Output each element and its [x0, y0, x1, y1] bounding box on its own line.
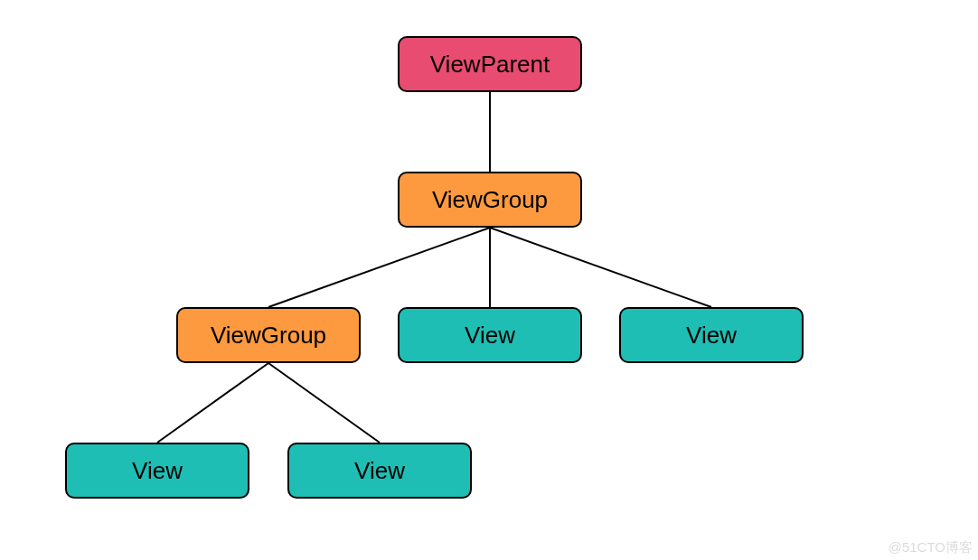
edge: [268, 363, 380, 443]
edge: [490, 228, 711, 307]
node-label: ViewGroup: [211, 322, 326, 350]
node-label: View: [132, 457, 183, 485]
node-label: ViewGroup: [432, 186, 548, 214]
node-label: View: [465, 322, 515, 350]
node-label: View: [686, 322, 737, 350]
node-view-a: View: [398, 307, 582, 363]
node-view-c: View: [65, 443, 249, 499]
watermark: @51CTO博客: [889, 539, 973, 556]
node-viewgroup-1: ViewGroup: [398, 172, 582, 228]
node-view-d: View: [287, 443, 472, 499]
edge: [157, 363, 268, 443]
edge: [268, 228, 490, 307]
node-label: ViewParent: [430, 51, 550, 79]
node-view-b: View: [619, 307, 804, 363]
node-label: View: [354, 457, 405, 485]
node-viewgroup-2: ViewGroup: [176, 307, 361, 363]
node-viewparent: ViewParent: [398, 36, 582, 92]
